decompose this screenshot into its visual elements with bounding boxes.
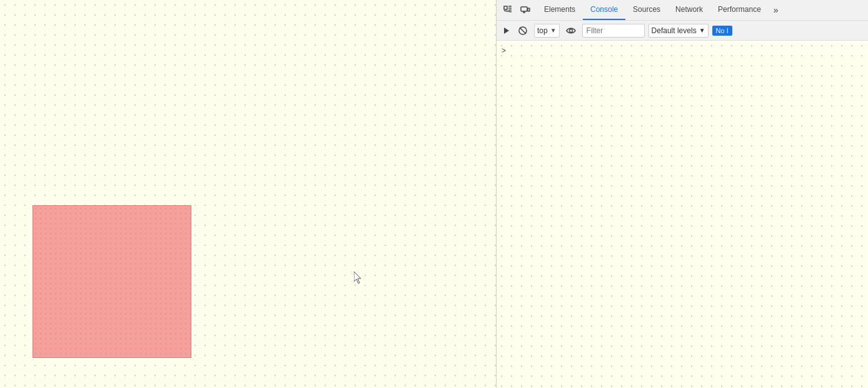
no-issues-badge[interactable]: No I (712, 26, 732, 36)
console-toolbar: top ▼ Default levels ▼ No I (497, 21, 868, 41)
svg-line-4 (504, 11, 512, 12)
context-selector-arrow: ▼ (550, 27, 557, 34)
log-level-arrow: ▼ (699, 27, 705, 34)
filter-input[interactable] (582, 24, 645, 38)
console-input[interactable] (508, 46, 863, 56)
svg-line-11 (520, 28, 526, 34)
tab-network[interactable]: Network (668, 0, 710, 20)
console-chevron-icon: > (502, 46, 506, 55)
context-selector[interactable]: top ▼ (534, 24, 560, 38)
svg-marker-9 (504, 28, 509, 34)
live-expression-button[interactable] (563, 23, 578, 38)
svg-rect-5 (521, 7, 527, 11)
svg-rect-0 (504, 6, 507, 9)
browser-viewport (0, 0, 496, 388)
devtools-panel: Elements Console Sources Network Perform… (496, 0, 868, 388)
pink-box (33, 205, 191, 358)
tab-elements[interactable]: Elements (537, 0, 583, 20)
console-clear-button[interactable] (515, 23, 530, 38)
console-prompt-line[interactable]: > (497, 43, 868, 58)
devtools-tabs: Elements Console Sources Network Perform… (537, 0, 784, 20)
device-toolbar-button[interactable] (517, 1, 534, 19)
cursor-pointer (354, 272, 361, 283)
tab-sources[interactable]: Sources (625, 0, 668, 20)
log-level-selector[interactable]: Default levels ▼ (648, 24, 709, 38)
devtools-tab-bar: Elements Console Sources Network Perform… (497, 0, 868, 21)
svg-point-12 (569, 29, 572, 32)
more-tabs-button[interactable]: » (769, 0, 784, 20)
console-run-button[interactable] (499, 23, 514, 38)
console-output[interactable]: > (497, 41, 868, 388)
inspect-element-button[interactable] (499, 1, 517, 19)
tab-performance[interactable]: Performance (710, 0, 769, 20)
svg-rect-6 (528, 8, 530, 11)
tab-console[interactable]: Console (583, 0, 625, 20)
